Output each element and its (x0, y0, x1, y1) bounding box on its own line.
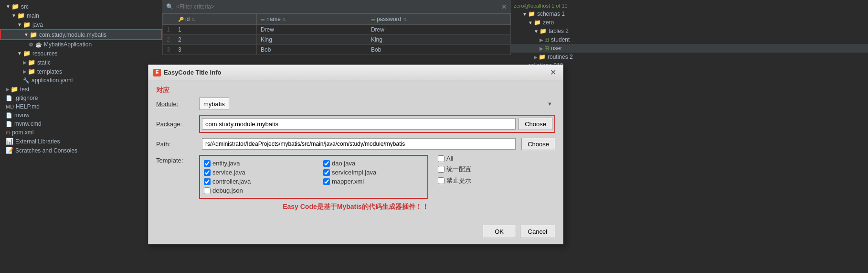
template-dao-checkbox[interactable] (323, 160, 330, 167)
db-zero[interactable]: ▼ 📁 zero (511, 18, 868, 27)
package-input[interactable] (202, 118, 516, 130)
col-name[interactable]: ☰name ⇅ (256, 14, 367, 25)
tree-item-test[interactable]: ▶ 📁 test (0, 85, 162, 94)
close-icon[interactable]: ✕ (501, 3, 507, 11)
template-serviceimpl-checkbox[interactable] (323, 169, 330, 176)
file-icon: 📄 (6, 121, 12, 127)
dialog-titlebar: E EasyCode Title Info ✕ (148, 65, 563, 80)
cancel-button[interactable]: Cancel (520, 225, 555, 238)
path-input[interactable] (202, 138, 516, 150)
dialog-app-icon: E (153, 69, 161, 76)
tree-item-mybatis-app[interactable]: ⚙ ☕ MybatisApplication (0, 40, 162, 49)
tree-item-label: main (27, 12, 39, 19)
tree-item-src[interactable]: ▼ 📁 src (0, 2, 162, 11)
sort-icon[interactable]: ⇅ (191, 17, 195, 22)
tree-item-mvnw[interactable]: 📄 mvnw (0, 111, 162, 120)
cancel-label: Cancel (528, 228, 547, 235)
option-disable-tips[interactable]: 禁止提示 (438, 176, 471, 185)
tree-item-label: static (37, 59, 51, 66)
template-service-checkbox[interactable] (204, 169, 211, 176)
template-debug-checkbox[interactable] (204, 187, 211, 194)
dialog-close-button[interactable]: ✕ (548, 68, 558, 77)
dialog-body: 对应 Module: mybatis ▼ Package: Choose Pat… (148, 80, 563, 221)
table-row[interactable]: 1 1 Drew Drew (163, 25, 511, 35)
package-row: Package: Choose (156, 115, 555, 133)
tree-item-scratches[interactable]: 📝 Scratches and Consoles (0, 146, 162, 155)
tree-item-com-study[interactable]: ▼ 📁 com.study.module.mybatis (0, 29, 162, 40)
tree-item-label: zero (543, 19, 554, 26)
template-mapper-xml[interactable]: mapper.xml (323, 178, 423, 185)
path-row: Path: Choose (156, 138, 555, 150)
template-entity-checkbox[interactable] (204, 160, 211, 167)
tree-item-app-yaml[interactable]: 🔧 application.yaml (0, 76, 162, 85)
tree-item-label: test (20, 86, 29, 93)
dialog-title-text: EasyCode Title Info (164, 69, 221, 76)
db-user-table[interactable]: ▶ ⊞ user (511, 44, 868, 53)
template-serviceimpl-label: serviceImpl.java (332, 169, 376, 176)
filter-input[interactable] (176, 3, 501, 10)
template-mapper-checkbox[interactable] (323, 178, 330, 185)
expand-arrow: ▼ (534, 29, 539, 34)
expand-arrow: ▼ (11, 13, 16, 18)
db-student-table[interactable]: ▶ ⊞ student (511, 35, 868, 44)
db-connection-label: zero@localhost 1 of 10 (514, 3, 568, 9)
sort-icon[interactable]: ⇅ (403, 17, 407, 22)
template-controller-checkbox[interactable] (204, 178, 211, 185)
db-tables[interactable]: ▼ 📁 tables 2 (511, 27, 868, 35)
row-num: 2 (163, 35, 174, 45)
sort-icon[interactable]: ⇅ (282, 17, 286, 22)
package-choose-button[interactable]: Choose (519, 118, 552, 130)
table-row[interactable]: 3 3 Bob Bob (163, 45, 511, 55)
cell-name: Bob (256, 45, 367, 55)
template-serviceimpl-java[interactable]: serviceImpl.java (323, 169, 423, 176)
module-select[interactable]: mybatis (199, 98, 229, 110)
table-row[interactable]: 2 2 King King (163, 35, 511, 45)
tree-item-java[interactable]: ▼ 📁 java (0, 20, 162, 29)
tree-item-label: schemas 1 (537, 11, 565, 17)
folder-icon: 📁 (11, 3, 19, 10)
search-icon: 🔍 (166, 3, 173, 10)
option-unified-config[interactable]: 统一配置 (438, 165, 471, 174)
option-disable-checkbox[interactable] (438, 177, 445, 184)
tree-item-pom[interactable]: m pom.xml (0, 128, 162, 137)
tree-item-resources[interactable]: ▼ 📁 resources (0, 49, 162, 58)
template-debug-label: debug.json (212, 187, 243, 194)
table-icon: ⊞ (544, 36, 549, 43)
module-row: Module: mybatis ▼ (156, 98, 555, 110)
tree-item-label: HELP.md (16, 103, 40, 110)
option-unified-checkbox[interactable] (438, 166, 445, 173)
tree-item-templates[interactable]: ▶ 📁 templates (0, 67, 162, 76)
tree-item-static[interactable]: ▶ 📁 static (0, 58, 162, 67)
tree-item-main[interactable]: ▼ 📁 main (0, 11, 162, 20)
col-password[interactable]: ☰password ⇅ (367, 14, 510, 25)
folder-icon: 📁 (11, 86, 18, 93)
path-choose-button[interactable]: Choose (521, 138, 555, 150)
option-all-checkbox[interactable] (438, 155, 445, 162)
folder-icon: 📁 (528, 11, 535, 17)
template-debug-json[interactable]: debug.json (204, 187, 304, 194)
tree-item-gitignore[interactable]: 📄 .gitignore (0, 94, 162, 102)
tree-item-label: application.yaml (32, 77, 73, 84)
template-entity-java[interactable]: entity.java (204, 160, 304, 167)
expand-arrow: ▶ (534, 55, 538, 60)
option-all[interactable]: All (438, 155, 471, 162)
filter-bar: 🔍 ✕ (162, 0, 511, 13)
tree-item-help[interactable]: MD HELP.md (0, 102, 162, 111)
cell-name: Drew (256, 25, 367, 35)
tree-item-label: student (551, 36, 570, 43)
tree-item-label: External Libraries (15, 138, 60, 145)
db-routines[interactable]: ▶ 📁 routines 2 (511, 53, 868, 61)
ok-button[interactable]: OK (483, 225, 516, 238)
folder-icon: 📁 (30, 31, 37, 38)
tree-item-mvnw-cmd[interactable]: 📄 mvnw.cmd (0, 120, 162, 128)
template-service-java[interactable]: service.java (204, 169, 304, 176)
tree-item-ext-libs[interactable]: 📊 External Libraries (0, 137, 162, 146)
template-entity-label: entity.java (212, 160, 240, 167)
db-schemas[interactable]: ▼ 📁 schemas 1 (511, 10, 868, 18)
col-id[interactable]: 🔑id ⇅ (174, 14, 257, 25)
expand-arrow: ▶ (540, 37, 543, 43)
dialog-footer: OK Cancel (148, 221, 563, 244)
template-dao-java[interactable]: dao.java (323, 160, 423, 167)
template-controller-java[interactable]: controller.java (204, 178, 304, 185)
data-table: 🔑id ⇅ ☰name ⇅ ☰password ⇅ 1 1 Drew (162, 13, 511, 55)
